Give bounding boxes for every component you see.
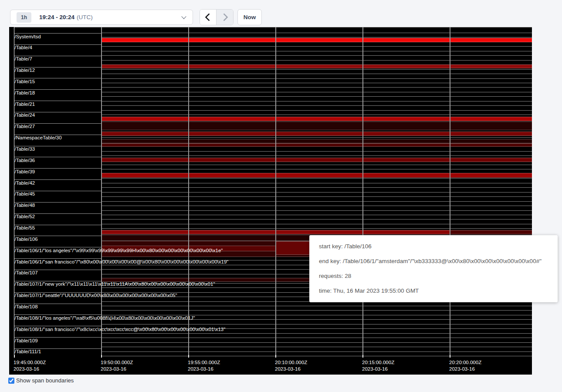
grid-line-h — [101, 224, 532, 224]
grid-line-v — [362, 27, 363, 357]
heat-band[interactable] — [101, 64, 532, 68]
heat-band[interactable] — [101, 117, 532, 121]
span-label: /System/tsd — [15, 34, 41, 39]
span-label: /Table/42 — [15, 180, 35, 186]
x-axis-time: 19:50:00.000Z — [101, 359, 133, 366]
x-axis-date: 2023-03-16 — [188, 366, 220, 372]
x-axis-date: 2023-03-16 — [362, 366, 394, 372]
x-axis-tick — [362, 355, 363, 358]
grid-line-h — [101, 342, 532, 343]
x-axis-tick-label: 20:20:00.000Z2023-03-16 — [449, 359, 481, 372]
grid-line-v — [450, 27, 450, 357]
x-axis-time: 19:55:00.000Z — [188, 359, 220, 366]
chevron-left-icon — [205, 13, 213, 21]
x-axis-tick — [450, 355, 450, 358]
grid-line-h — [101, 310, 532, 311]
grid-line-h — [14, 27, 532, 27]
grid-line-h — [101, 115, 532, 115]
span-label: /Table/107/1/"seattle"/"UUUUUUD\x00\x80\… — [15, 293, 177, 298]
span-label: /Table/111/1 — [15, 349, 41, 354]
span-label: /Table/52 — [15, 214, 35, 219]
time-nav-group — [200, 9, 234, 25]
span-label: /Table/106 — [15, 237, 38, 242]
grid-line-h — [14, 236, 102, 236]
x-axis-tick-label: 20:10:00.000Z2023-03-16 — [275, 359, 307, 372]
span-boundaries-label: Show span boundaries — [16, 377, 74, 384]
span-label: /Table/107/1/"new york"/"\x11\x11\x11\x1… — [15, 281, 215, 287]
grid-line-h — [101, 215, 532, 215]
span-label: /Table/4 — [15, 45, 32, 50]
grid-line-h — [101, 210, 532, 211]
span-label: /Table/39 — [15, 169, 35, 174]
timezone-label: (UTC) — [77, 14, 93, 20]
x-axis-tick-label: 19:55:00.000Z2023-03-16 — [188, 359, 220, 372]
grid-line-h — [101, 347, 532, 347]
span-label: /Table/109 — [15, 338, 38, 343]
grid-line-h — [101, 178, 532, 179]
time-range-label: 19:24 - 20:24 — [39, 14, 74, 20]
grid-line-h — [101, 87, 532, 88]
grid-line-h — [101, 196, 532, 197]
span-label: /Table/21 — [15, 101, 35, 107]
grid-line-h — [101, 137, 532, 138]
keyvis-canvas[interactable]: /System/tsd/Table/4/Table/7/Table/12/Tab… — [9, 27, 532, 375]
span-label: /Table/107 — [15, 270, 38, 275]
x-axis-time: 20:20:00.000Z — [449, 359, 481, 366]
heat-band[interactable] — [450, 230, 532, 234]
prev-time-button[interactable] — [200, 10, 217, 25]
grid-line-h — [101, 219, 532, 220]
next-time-button[interactable] — [217, 10, 233, 25]
grid-line-h — [101, 105, 532, 106]
grid-line-h — [101, 306, 532, 306]
grid-line-h — [101, 324, 532, 324]
span-label: /Table/108/1/"los angeles"/"\xa8\xf5\u00… — [15, 315, 195, 321]
x-axis-time: 20:10:00.000Z — [275, 359, 307, 366]
chevron-down-icon — [181, 14, 186, 19]
heat-band[interactable] — [101, 158, 532, 162]
x-axis-date: 2023-03-16 — [14, 366, 46, 372]
grid-line-h — [101, 356, 532, 356]
span-label: /Table/106/1/"san francisco"/"\x80\x00\x… — [15, 259, 229, 264]
now-button[interactable]: Now — [237, 9, 262, 25]
heat-band[interactable] — [101, 173, 532, 178]
x-axis-tick — [275, 355, 276, 358]
grid-line-h — [101, 33, 532, 33]
grid-line-h — [101, 51, 532, 51]
span-label: /Table/18 — [15, 90, 35, 95]
x-axis-tick-label: 20:15:00.000Z2023-03-16 — [362, 359, 394, 372]
span-label: /Table/24 — [15, 112, 35, 118]
span-label: /NamespaceTable/30 — [15, 135, 62, 140]
x-axis-time: 20:15:00.000Z — [362, 359, 394, 366]
heat-band[interactable] — [101, 143, 532, 147]
span-label: /Table/108 — [15, 304, 38, 309]
heat-band[interactable] — [101, 122, 532, 130]
heat-band[interactable] — [101, 139, 532, 143]
grid-line-h — [14, 314, 102, 315]
span-label: /Table/12 — [15, 68, 35, 73]
span-label: /Table/15 — [15, 79, 35, 84]
span-boundaries-checkbox[interactable] — [8, 378, 14, 384]
footer-row: Show span boundaries — [8, 377, 74, 384]
grid-line-h — [101, 151, 532, 152]
heat-band[interactable] — [101, 132, 532, 136]
span-label: /Table/33 — [15, 146, 35, 152]
grid-line-h — [101, 201, 532, 202]
tooltip-time: time: Thu, 16 Mar 2023 19:55:00 GMT — [319, 288, 548, 294]
grid-line-h — [101, 165, 532, 165]
grid-line-h — [101, 46, 532, 47]
tooltip-requests: requests: 28 — [319, 273, 548, 279]
grid-line-h — [101, 155, 532, 156]
x-axis-tick — [101, 355, 102, 358]
chevron-right-icon — [220, 13, 228, 21]
grid-line-h — [101, 101, 532, 101]
grid-line-v — [101, 27, 102, 357]
grid-line-h — [101, 74, 532, 74]
grid-line-h — [101, 183, 532, 183]
grid-line-h — [101, 92, 532, 92]
hover-tooltip: start key: /Table/106 end key: /Table/10… — [309, 235, 558, 302]
heat-band[interactable] — [101, 38, 532, 42]
span-label: /Table/108/1/"san francisco"/"\x8c\xcc\x… — [15, 327, 226, 332]
grid-line-h — [101, 60, 532, 61]
time-range-select[interactable]: 1h 19:24 - 20:24 (UTC) — [10, 10, 193, 25]
x-axis-date: 2023-03-16 — [101, 366, 133, 372]
